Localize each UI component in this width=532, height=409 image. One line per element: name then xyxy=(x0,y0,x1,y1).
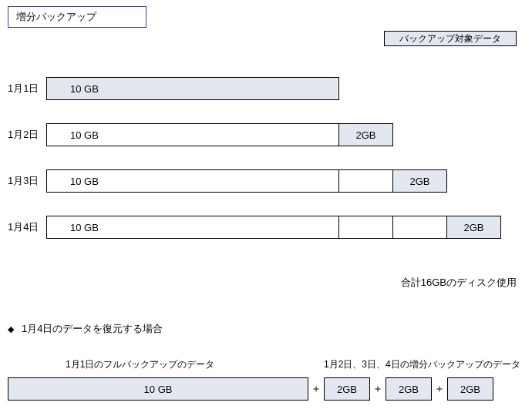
day4-gap1 xyxy=(339,216,393,239)
restore-inc3-text: 2GB xyxy=(460,384,480,395)
day2-inc-bar: 2GB xyxy=(339,123,393,146)
day4-gap2 xyxy=(393,216,447,239)
day1-base-bar: 10 GB xyxy=(46,77,339,100)
restore-inc2-bar: 2GB xyxy=(386,377,432,401)
day3-gap1 xyxy=(339,169,393,193)
day4-base-bar: 10 GB xyxy=(46,216,339,239)
row-day2: 1月2日 10 GB 2GB xyxy=(8,123,393,146)
day1-label: 1月1日 xyxy=(8,82,46,96)
day3-label: 1月3日 xyxy=(8,174,46,188)
restore-full-bar: 10 GB xyxy=(8,377,308,401)
diagram-title: 増分バックアップ xyxy=(8,6,146,28)
day4-inc-text: 2GB xyxy=(463,222,483,233)
row-day1: 1月1日 10 GB xyxy=(8,77,339,100)
restore-row: 10 GB ＋ 2GB ＋ 2GB ＋ 2GB xyxy=(8,377,493,401)
day4-base-text: 10 GB xyxy=(70,222,99,233)
legend-text: バックアップ対象データ xyxy=(399,32,501,45)
row-day4: 1月4日 10 GB 2GB xyxy=(8,216,501,239)
day2-inc-text: 2GB xyxy=(355,129,375,141)
plus-1: ＋ xyxy=(308,382,324,396)
restore-inc2-text: 2GB xyxy=(399,384,419,395)
plus-2: ＋ xyxy=(370,382,386,396)
restore-heading-text: 1月4日のデータを復元する場合 xyxy=(22,322,163,336)
total-label: 合計16GBのディスク使用 xyxy=(401,276,517,290)
restore-full-label: 1月1日のフルバックアップのデータ xyxy=(66,358,214,371)
plus-3: ＋ xyxy=(432,382,447,396)
day2-base-text: 10 GB xyxy=(70,129,99,141)
row-day3: 1月3日 10 GB 2GB xyxy=(8,169,447,193)
day4-label: 1月4日 xyxy=(8,220,46,234)
title-text: 増分バックアップ xyxy=(16,10,96,24)
day2-base-bar: 10 GB xyxy=(46,123,339,146)
restore-full-text: 10 GB xyxy=(144,384,173,395)
bullet-icon: ◆ xyxy=(8,324,14,334)
day3-base-text: 10 GB xyxy=(70,176,99,187)
restore-heading: ◆ 1月4日のデータを復元する場合 xyxy=(8,322,163,336)
legend-box: バックアップ対象データ xyxy=(384,31,517,46)
restore-inc3-bar: 2GB xyxy=(447,377,493,401)
restore-inc-label: 1月2日、3日、4日の増分バックアップのデータ xyxy=(324,358,520,371)
day1-base-text: 10 GB xyxy=(70,83,99,95)
day3-base-bar: 10 GB xyxy=(46,169,339,193)
restore-inc1-text: 2GB xyxy=(337,384,357,395)
day3-inc-bar: 2GB xyxy=(393,169,447,193)
day3-inc-text: 2GB xyxy=(409,176,429,187)
day4-inc-bar: 2GB xyxy=(447,216,501,239)
day2-label: 1月2日 xyxy=(8,128,46,142)
restore-inc1-bar: 2GB xyxy=(324,377,370,401)
